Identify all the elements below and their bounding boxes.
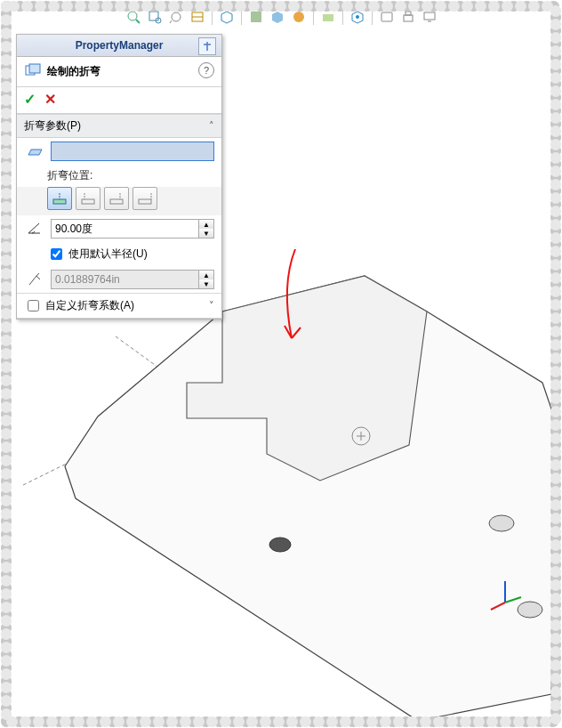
monitor-icon[interactable] — [421, 8, 438, 26]
radius-up-button: ▲ — [199, 271, 213, 279]
bend-position-label: 折弯位置: — [47, 168, 92, 183]
angle-input[interactable] — [51, 219, 199, 239]
svg-point-21 — [293, 12, 304, 22]
zoom-area-icon[interactable] — [146, 8, 164, 26]
zoom-fit-icon[interactable] — [124, 8, 142, 26]
svg-point-13 — [128, 12, 137, 20]
svg-rect-33 — [82, 199, 94, 204]
panel-pin-button[interactable] — [198, 37, 216, 55]
chevron-up-icon: ˄ — [209, 120, 214, 132]
angle-up-button[interactable]: ▲ — [199, 220, 213, 229]
section-view-icon[interactable] — [189, 8, 206, 26]
feature-title: 绘制的折弯 — [47, 64, 100, 79]
help-button[interactable]: ? — [198, 62, 214, 78]
print3d-icon[interactable] — [399, 8, 417, 26]
display-style-icon[interactable] — [247, 8, 265, 26]
use-default-radius-checkbox[interactable] — [51, 248, 62, 260]
render-tools-icon[interactable] — [378, 8, 396, 26]
panel-header: PropertyManager — [17, 35, 221, 57]
svg-rect-24 — [381, 12, 392, 21]
edit-appearance-icon[interactable] — [290, 8, 308, 26]
feature-icon — [24, 62, 42, 81]
svg-rect-20 — [251, 12, 261, 22]
bend-params-header[interactable]: 折弯参数(P) ˄ — [17, 115, 221, 138]
svg-rect-26 — [405, 12, 411, 15]
svg-rect-27 — [424, 12, 435, 20]
view-triad — [487, 576, 523, 614]
bend-pos-centerline-button[interactable] — [47, 187, 72, 210]
zoom-prev-icon[interactable] — [167, 8, 185, 26]
angle-field[interactable]: ▲▼ — [51, 219, 214, 239]
svg-rect-30 — [29, 64, 40, 73]
bend-pos-material-inside-button[interactable] — [76, 187, 100, 210]
view-toolbar — [124, 7, 553, 27]
fixed-face-selection[interactable] — [51, 142, 214, 161]
property-manager-panel: PropertyManager 绘制的折弯 ? ✓ ✕ 折弯参数(P) ˄ — [16, 34, 222, 320]
svg-line-14 — [136, 20, 140, 23]
hide-show-icon[interactable] — [269, 8, 286, 26]
svg-line-12 — [491, 603, 505, 610]
feature-header: 绘制的折弯 ? — [17, 57, 221, 87]
radius-input — [51, 270, 199, 289]
view-orientation-icon[interactable] — [218, 8, 236, 26]
fixed-face-icon — [24, 142, 45, 160]
svg-rect-25 — [404, 15, 413, 21]
cancel-button[interactable]: ✕ — [44, 91, 56, 108]
svg-rect-15 — [149, 12, 158, 20]
radius-field: ▲▼ — [51, 270, 214, 289]
view-settings-icon[interactable] — [349, 8, 366, 26]
svg-rect-35 — [110, 199, 123, 204]
svg-point-17 — [172, 12, 181, 21]
panel-title: PropertyManager — [76, 39, 164, 52]
chevron-down-icon: ˅ — [209, 300, 214, 311]
bend-pos-material-outside-button[interactable] — [104, 187, 129, 210]
use-default-radius-label: 使用默认半径(U) — [68, 247, 148, 262]
apply-scene-icon[interactable] — [319, 8, 337, 26]
svg-point-6 — [269, 538, 291, 552]
bend-params-title: 折弯参数(P) — [24, 118, 81, 133]
custom-allowance-label: 自定义折弯系数(A) — [45, 298, 134, 313]
svg-rect-31 — [53, 199, 66, 204]
radius-down-button: ▼ — [199, 279, 213, 288]
ok-button[interactable]: ✓ — [24, 91, 36, 108]
svg-point-23 — [356, 15, 359, 19]
custom-allowance-checkbox[interactable] — [28, 300, 39, 311]
angle-down-button[interactable]: ▼ — [199, 229, 213, 238]
radius-icon — [24, 271, 45, 288]
svg-rect-37 — [139, 199, 151, 204]
svg-line-11 — [505, 597, 521, 603]
svg-point-4 — [489, 515, 514, 531]
svg-rect-22 — [323, 14, 333, 21]
angle-icon — [24, 220, 45, 238]
bend-pos-bend-outside-button[interactable] — [132, 187, 157, 210]
custom-allowance-header[interactable]: 自定义折弯系数(A) ˅ — [17, 294, 221, 319]
